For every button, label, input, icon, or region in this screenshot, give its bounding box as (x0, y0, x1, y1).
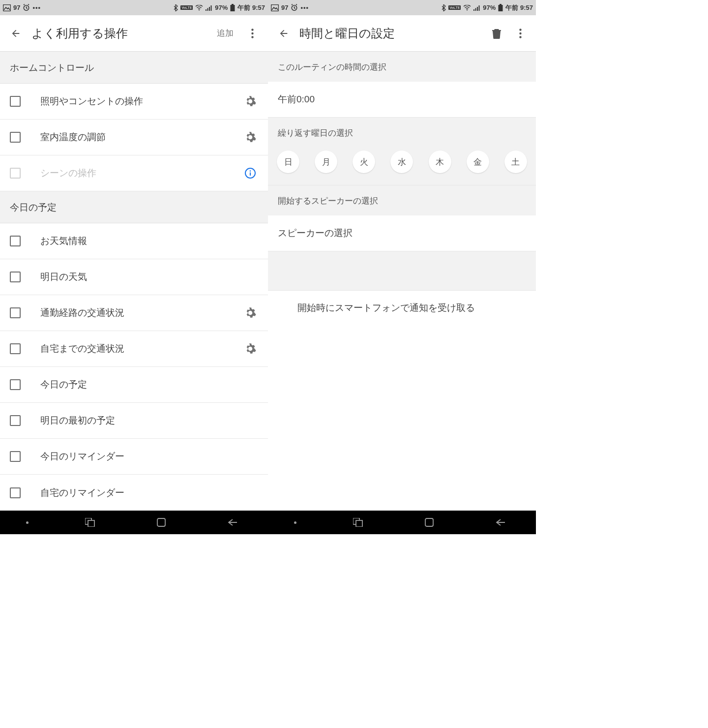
alarm-icon (291, 4, 298, 11)
day-fri[interactable]: 金 (467, 151, 489, 173)
row-lights[interactable]: 照明やコンセントの操作 (0, 84, 268, 120)
time-value[interactable]: 午前0:00 (268, 82, 536, 118)
checkbox[interactable] (10, 307, 21, 318)
back-button[interactable] (272, 22, 295, 45)
checkbox[interactable] (10, 487, 21, 498)
section-today: 今日の予定 (0, 191, 268, 223)
overflow-menu[interactable] (240, 22, 264, 45)
row-today-schedule[interactable]: 今日の予定 (0, 367, 268, 403)
section-repeat: 繰り返す曜日の選択 (268, 118, 536, 148)
svg-rect-23 (477, 7, 478, 11)
gap (268, 251, 536, 291)
page-title: 時間と曜日の設定 (299, 26, 485, 41)
svg-point-10 (251, 32, 253, 34)
checkbox[interactable] (10, 272, 21, 282)
status-bar: 97 ••• VoLTE 97% 午前 9:57 (0, 0, 268, 15)
gear-icon[interactable] (242, 341, 258, 357)
row-label: シーンの操作 (40, 167, 242, 180)
wifi-icon (463, 5, 471, 11)
row-home-traffic[interactable]: 自宅までの交通状況 (0, 331, 268, 367)
status-left: 97 ••• (271, 4, 309, 11)
battery-pct: 97% (215, 4, 228, 11)
svg-rect-32 (425, 518, 433, 526)
clock: 午前 9:57 (505, 3, 533, 12)
row-tomorrow-weather[interactable]: 明日の天気 (0, 259, 268, 295)
status-left: 97 ••• (3, 4, 41, 11)
battery-pct: 97% (483, 4, 496, 11)
svg-point-11 (251, 36, 253, 38)
nav-back[interactable] (491, 513, 510, 532)
day-sat[interactable]: 土 (504, 151, 527, 173)
row-label: 明日の最初の予定 (40, 414, 258, 427)
row-today-reminder[interactable]: 今日のリマインダー (0, 439, 268, 475)
checkbox[interactable] (10, 96, 21, 107)
svg-point-29 (519, 36, 521, 38)
row-label: 今日のリマインダー (40, 450, 258, 463)
app-bar: よく利用する操作 追加 (0, 15, 268, 52)
svg-rect-8 (231, 5, 235, 11)
nav-bar (268, 511, 536, 534)
row-notify[interactable]: 開始時にスマートフォンで通知を受け取る (268, 291, 536, 325)
row-temperature[interactable]: 室内温度の調節 (0, 120, 268, 155)
section-speaker: 開始するスピーカーの選択 (268, 185, 536, 215)
picture-icon (271, 4, 279, 11)
notify-label: 開始時にスマートフォンで通知を受け取る (297, 302, 475, 314)
svg-rect-7 (232, 4, 234, 5)
svg-rect-25 (500, 4, 502, 5)
checkbox[interactable] (10, 451, 21, 462)
svg-point-20 (467, 9, 468, 10)
nav-recents[interactable] (348, 513, 368, 532)
volte-icon: VoLTE (180, 5, 193, 10)
nav-recents[interactable] (80, 513, 100, 532)
svg-rect-13 (250, 173, 251, 176)
back-button[interactable] (4, 22, 28, 45)
overflow-menu[interactable] (508, 22, 532, 45)
nav-home[interactable] (151, 513, 171, 532)
day-tue[interactable]: 火 (353, 151, 375, 173)
nav-back[interactable] (223, 513, 242, 532)
row-home-reminder[interactable]: 自宅のリマインダー (0, 475, 268, 511)
volte-icon: VoLTE (448, 5, 461, 10)
nav-home[interactable] (419, 513, 439, 532)
add-button[interactable]: 追加 (210, 28, 240, 39)
day-thu[interactable]: 木 (429, 151, 451, 173)
svg-point-14 (250, 170, 251, 172)
picture-icon (3, 4, 11, 11)
row-label: お天気情報 (40, 235, 258, 247)
checkbox[interactable] (10, 168, 21, 179)
row-label: 自宅までの交通状況 (40, 342, 242, 355)
checkbox[interactable] (10, 236, 21, 246)
row-tomorrow-first[interactable]: 明日の最初の予定 (0, 403, 268, 439)
gear-icon[interactable] (242, 93, 258, 109)
svg-rect-21 (473, 9, 474, 11)
nav-dot (26, 521, 29, 524)
checkbox[interactable] (10, 379, 21, 390)
row-label: 通勤経路の交通状況 (40, 306, 242, 319)
screen-actions: 97 ••• VoLTE 97% 午前 9:57 (0, 0, 268, 534)
checkbox[interactable] (10, 343, 21, 354)
row-scene[interactable]: シーンの操作 (0, 155, 268, 191)
app-bar: 時間と曜日の設定 (268, 15, 536, 52)
day-wed[interactable]: 水 (390, 151, 413, 173)
day-mon[interactable]: 月 (315, 151, 337, 173)
row-commute[interactable]: 通勤経路の交通状況 (0, 295, 268, 331)
info-icon[interactable] (242, 165, 258, 181)
svg-point-2 (199, 9, 200, 10)
speaker-value[interactable]: スピーカーの選択 (268, 215, 536, 251)
gear-icon[interactable] (242, 129, 258, 145)
row-weather[interactable]: お天気情報 (0, 223, 268, 259)
more-icon: ••• (300, 4, 309, 11)
status-count: 97 (281, 4, 288, 11)
signal-icon (206, 5, 212, 11)
bluetooth-icon (442, 4, 446, 11)
day-sun[interactable]: 日 (277, 151, 299, 173)
checkbox[interactable] (10, 415, 21, 426)
row-label: 明日の天気 (40, 271, 258, 283)
checkbox[interactable] (10, 132, 21, 143)
nav-dot (294, 521, 296, 524)
day-chips: 日 月 火 水 木 金 土 (268, 148, 536, 185)
delete-button[interactable] (485, 22, 508, 45)
gear-icon[interactable] (242, 305, 258, 321)
svg-rect-31 (356, 520, 362, 527)
svg-rect-24 (479, 5, 480, 11)
